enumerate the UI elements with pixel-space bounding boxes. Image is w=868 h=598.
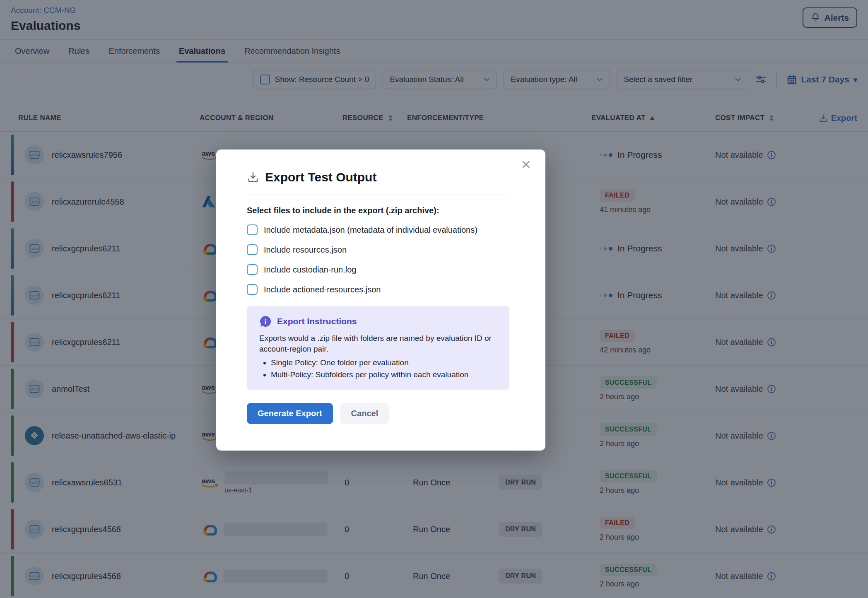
instructions-body: Exports would a .zip file with folders a… [259,333,497,354]
instructions-bullets: Single Policy: One folder per evaluation… [259,357,497,381]
checkbox[interactable] [247,284,258,295]
file-checkbox-actioned-resources-json[interactable]: Include actioned-resources.json [247,284,509,295]
checkbox[interactable] [247,224,258,235]
close-icon[interactable] [521,159,531,171]
instruction-bullet: Multi-Policy: Subfolders per policy with… [271,369,497,381]
generate-export-button[interactable]: Generate Export [247,403,333,424]
file-checkbox-metadata-json[interactable]: Include metadata.json (metadata of indiv… [247,224,509,235]
download-icon [247,171,259,183]
divider [247,195,509,195]
cancel-button[interactable]: Cancel [340,403,389,424]
modal-buttons: Generate Export Cancel [247,403,509,424]
checkbox[interactable] [247,244,258,255]
svg-text:i: i [265,318,267,325]
checkbox-label: Include custodian-run.log [264,265,356,275]
file-checkbox-list: Include metadata.json (metadata of indiv… [247,224,509,295]
instructions-title-row: i Export Instructions [259,315,497,328]
instructions-title: Export Instructions [277,316,357,326]
checkbox-label: Include metadata.json (metadata of indiv… [264,225,477,235]
instruction-bullet: Single Policy: One folder per evaluation [271,357,497,369]
file-checkbox-resources-json[interactable]: Include resources.json [247,244,509,255]
modal-title-row: Export Test Output [247,170,509,184]
export-test-output-modal: Export Test Output Select files to inclu… [216,150,545,451]
checkbox-label: Include resources.json [264,245,347,255]
checkbox-label: Include actioned-resources.json [264,285,381,294]
export-instructions-panel: i Export Instructions Exports would a .z… [247,306,509,390]
file-checkbox-custodian-run-log[interactable]: Include custodian-run.log [247,264,509,275]
evaluations-page: Account: CCM-NG Evaluations Alerts Overv… [0,0,868,598]
info-bubble-icon: i [259,315,272,328]
modal-title: Export Test Output [265,170,376,184]
checkbox[interactable] [247,264,258,275]
file-select-label: Select files to include in the export (.… [247,206,509,215]
